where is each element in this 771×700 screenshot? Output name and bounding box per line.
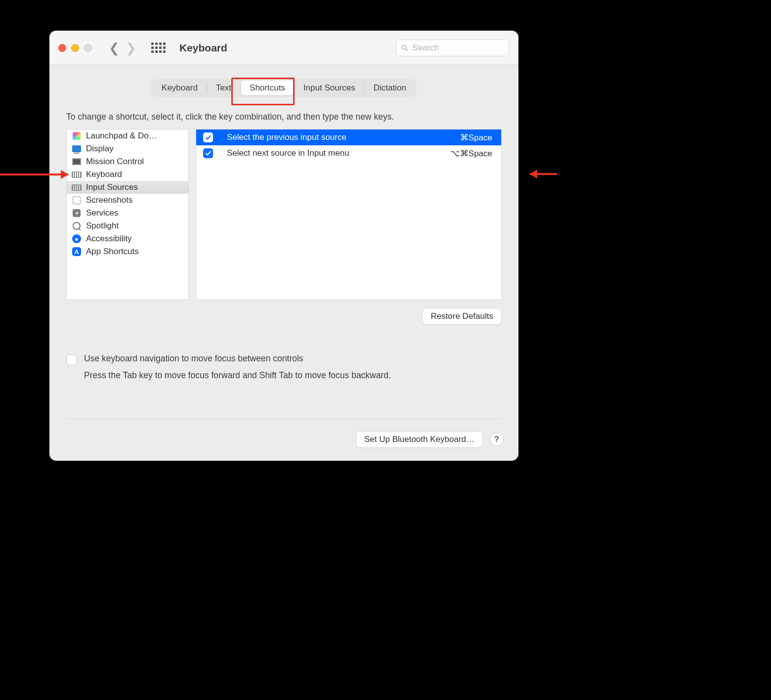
accessibility-icon: ● [72,235,82,243]
sidebar-item-label: Accessibility [86,234,132,244]
tab-bar: Keyboard Text Shortcuts Input Sources Di… [151,79,417,97]
tab-dictation[interactable]: Dictation [365,81,415,95]
minimize-window-button[interactable] [71,44,79,52]
window-title: Keyboard [179,42,227,54]
check-icon [205,134,212,141]
show-all-prefs-icon[interactable] [151,43,166,53]
sidebar-item-label: Screenshots [86,195,133,205]
sidebar-item-label: Spotlight [86,221,119,231]
shortcut-label: Select next source in Input menu [227,148,450,158]
sidebar-item-label: Services [86,208,118,218]
back-button[interactable]: ❮ [109,42,120,54]
sidebar-item-display[interactable]: Display [67,142,188,155]
screenshots-icon [72,196,82,204]
shortcut-row[interactable]: Select next source in Input menu ⌥⌘Space [196,145,501,161]
tab-input-sources[interactable]: Input Sources [295,81,364,95]
help-button[interactable]: ? [490,433,504,446]
sidebar-item-label: Launchpad & Do… [86,131,157,141]
sidebar-item-label: Input Sources [86,182,138,192]
sidebar-item-app-shortcuts[interactable]: AApp Shortcuts [67,245,188,258]
window-controls [58,44,92,52]
sidebar-item-label: Keyboard [86,170,122,179]
sidebar-item-keyboard[interactable]: Keyboard [67,168,188,181]
restore-defaults-button[interactable]: Restore Defaults [422,308,502,325]
sidebar-item-accessibility[interactable]: ●Accessibility [67,232,188,245]
search-icon [401,44,408,52]
check-icon [205,150,212,157]
sidebar-item-screenshots[interactable]: Screenshots [67,194,188,207]
search-input[interactable] [412,43,504,53]
tab-keyboard[interactable]: Keyboard [153,81,207,95]
tab-shortcuts[interactable]: Shortcuts [241,81,294,95]
keyboard-navigation-checkbox[interactable] [66,354,77,365]
shortcut-label: Select the previous input source [227,132,460,142]
preferences-window: ❮ ❯ Keyboard Keyboard Text Shortcuts [49,31,518,461]
keyboard-icon [72,171,82,178]
shortcut-checkbox[interactable] [203,148,213,158]
sidebar-item-input-sources[interactable]: Input Sources [67,181,188,194]
sidebar-item-label: App Shortcuts [86,247,139,257]
sidebar-item-launchpad[interactable]: Launchpad & Do… [67,130,188,142]
search-field[interactable] [396,40,510,56]
separator [66,419,502,419]
display-icon [72,145,82,153]
app-shortcuts-icon: A [72,248,82,256]
sidebar-item-label: Display [86,144,114,154]
svg-line-1 [406,48,408,50]
close-window-button[interactable] [58,44,66,52]
nav-back-forward: ❮ ❯ [109,42,136,54]
mission-control-icon [72,158,82,166]
spotlight-icon [72,222,82,230]
shortcut-checkbox[interactable] [203,132,213,142]
keyboard-navigation-subtext: Press the Tab key to move focus forward … [84,370,502,381]
keyboard-navigation-label: Use keyboard navigation to move focus be… [84,353,303,364]
sidebar-item-services[interactable]: Services [67,207,188,219]
annotation-arrow-to-selected-shortcut [530,173,557,175]
sidebar-item-label: Mission Control [86,157,144,167]
instructions-text: To change a shortcut, select it, click t… [66,112,502,122]
zoom-window-button[interactable] [84,44,92,52]
shortcut-keys[interactable]: ⌥⌘Space [450,148,492,159]
tab-text[interactable]: Text [207,81,240,95]
services-icon [72,209,82,217]
categories-sidebar: Launchpad & Do… Display Mission Control … [66,129,189,300]
launchpad-icon [72,132,82,140]
annotation-arrow-to-input-sources [0,174,68,175]
shortcut-row[interactable]: Select the previous input source ⌘Space [196,130,501,145]
shortcut-keys[interactable]: ⌘Space [460,132,492,143]
forward-button[interactable]: ❯ [126,42,136,54]
setup-bluetooth-keyboard-button[interactable]: Set Up Bluetooth Keyboard… [356,431,483,448]
keyboard-icon [72,183,82,191]
titlebar: ❮ ❯ Keyboard [49,31,518,65]
sidebar-item-mission-control[interactable]: Mission Control [67,155,188,168]
sidebar-item-spotlight[interactable]: Spotlight [67,219,188,232]
shortcuts-list: Select the previous input source ⌘Space … [196,129,502,300]
